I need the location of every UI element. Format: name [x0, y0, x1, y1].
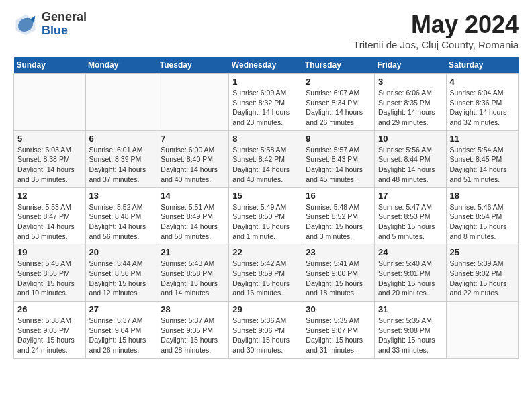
day-info: Sunrise: 5:58 AMSunset: 8:42 PMDaylight:… [232, 145, 298, 185]
day-info: Sunrise: 6:00 AMSunset: 8:40 PMDaylight:… [161, 145, 225, 185]
day-info: Sunrise: 6:06 AMSunset: 8:35 PMDaylight:… [378, 88, 443, 128]
calendar-cell: 13Sunrise: 5:52 AMSunset: 8:48 PMDayligh… [85, 187, 157, 244]
day-info: Sunrise: 5:57 AMSunset: 8:43 PMDaylight:… [306, 145, 371, 185]
day-number: 30 [306, 304, 371, 314]
calendar-cell: 15Sunrise: 5:49 AMSunset: 8:50 PMDayligh… [229, 187, 302, 244]
title-block: May 2024 Tritenii de Jos, Cluj County, R… [353, 11, 519, 50]
day-info: Sunrise: 5:45 AMSunset: 8:55 PMDaylight:… [17, 259, 82, 298]
day-info: Sunrise: 6:07 AMSunset: 8:34 PMDaylight:… [306, 88, 371, 128]
logo-general-text: General [42, 11, 87, 24]
calendar-cell: 2Sunrise: 6:07 AMSunset: 8:34 PMDaylight… [302, 74, 375, 131]
day-info: Sunrise: 5:36 AMSunset: 9:06 PMDaylight:… [232, 316, 298, 355]
day-info: Sunrise: 5:35 AMSunset: 9:07 PMDaylight:… [306, 316, 371, 355]
calendar-cell: 19Sunrise: 5:45 AMSunset: 8:55 PMDayligh… [14, 244, 86, 302]
day-info: Sunrise: 5:40 AMSunset: 9:01 PMDaylight:… [378, 259, 443, 298]
day-number: 8 [232, 134, 298, 144]
day-info: Sunrise: 5:46 AMSunset: 8:54 PMDaylight:… [450, 202, 515, 242]
calendar-week-row: 5Sunrise: 6:03 AMSunset: 8:38 PMDaylight… [14, 130, 519, 187]
day-number: 17 [378, 191, 443, 201]
calendar-week-row: 19Sunrise: 5:45 AMSunset: 8:55 PMDayligh… [14, 244, 519, 302]
day-number: 1 [232, 77, 298, 87]
day-info: Sunrise: 6:03 AMSunset: 8:38 PMDaylight:… [17, 145, 82, 185]
day-number: 28 [161, 304, 225, 314]
day-info: Sunrise: 5:51 AMSunset: 8:49 PMDaylight:… [161, 202, 225, 242]
calendar-cell: 26Sunrise: 5:38 AMSunset: 9:03 PMDayligh… [14, 302, 86, 359]
day-info: Sunrise: 5:37 AMSunset: 9:04 PMDaylight:… [89, 316, 154, 355]
day-number: 21 [161, 247, 225, 257]
day-number: 22 [232, 247, 298, 257]
calendar-cell: 6Sunrise: 6:01 AMSunset: 8:39 PMDaylight… [85, 130, 157, 187]
day-number: 9 [306, 134, 371, 144]
weekday-header-saturday: Saturday [446, 57, 518, 74]
calendar-cell: 7Sunrise: 6:00 AMSunset: 8:40 PMDaylight… [157, 130, 229, 187]
calendar-week-row: 26Sunrise: 5:38 AMSunset: 9:03 PMDayligh… [14, 302, 519, 359]
logo-icon [13, 12, 38, 36]
logo-blue-text: Blue [42, 24, 87, 38]
calendar-cell: 9Sunrise: 5:57 AMSunset: 8:43 PMDaylight… [302, 130, 375, 187]
day-number: 10 [378, 134, 443, 144]
calendar-cell: 17Sunrise: 5:47 AMSunset: 8:53 PMDayligh… [374, 187, 446, 244]
day-info: Sunrise: 6:04 AMSunset: 8:36 PMDaylight:… [450, 88, 515, 128]
day-number: 29 [232, 304, 298, 314]
weekday-header-friday: Friday [374, 57, 446, 74]
day-number: 25 [450, 247, 515, 257]
day-info: Sunrise: 5:49 AMSunset: 8:50 PMDaylight:… [232, 202, 298, 242]
day-info: Sunrise: 5:56 AMSunset: 8:44 PMDaylight:… [378, 145, 443, 185]
calendar-cell: 8Sunrise: 5:58 AMSunset: 8:42 PMDaylight… [229, 130, 302, 187]
calendar-cell: 30Sunrise: 5:35 AMSunset: 9:07 PMDayligh… [302, 302, 375, 359]
day-info: Sunrise: 5:37 AMSunset: 9:05 PMDaylight:… [161, 316, 225, 355]
weekday-header-row: SundayMondayTuesdayWednesdayThursdayFrid… [14, 57, 519, 74]
calendar-cell: 25Sunrise: 5:39 AMSunset: 9:02 PMDayligh… [446, 244, 518, 302]
day-info: Sunrise: 5:35 AMSunset: 9:08 PMDaylight:… [378, 316, 443, 355]
weekday-header-tuesday: Tuesday [157, 57, 229, 74]
day-number: 20 [89, 247, 154, 257]
day-info: Sunrise: 5:48 AMSunset: 8:52 PMDaylight:… [306, 202, 371, 242]
logo-text: General Blue [42, 11, 87, 38]
day-number: 13 [89, 191, 154, 201]
calendar-cell: 4Sunrise: 6:04 AMSunset: 8:36 PMDaylight… [446, 74, 518, 131]
calendar-week-row: 1Sunrise: 6:09 AMSunset: 8:32 PMDaylight… [14, 74, 519, 131]
calendar-cell: 12Sunrise: 5:53 AMSunset: 8:47 PMDayligh… [14, 187, 86, 244]
logo: General Blue [13, 11, 87, 38]
day-info: Sunrise: 5:42 AMSunset: 8:59 PMDaylight:… [232, 259, 298, 298]
day-info: Sunrise: 5:39 AMSunset: 9:02 PMDaylight:… [450, 259, 515, 298]
day-number: 7 [161, 134, 225, 144]
day-info: Sunrise: 5:38 AMSunset: 9:03 PMDaylight:… [17, 316, 82, 355]
calendar-title: May 2024 [353, 11, 519, 39]
calendar-cell: 31Sunrise: 5:35 AMSunset: 9:08 PMDayligh… [374, 302, 446, 359]
calendar-cell: 11Sunrise: 5:54 AMSunset: 8:45 PMDayligh… [446, 130, 518, 187]
calendar-cell: 24Sunrise: 5:40 AMSunset: 9:01 PMDayligh… [374, 244, 446, 302]
day-number: 16 [306, 191, 371, 201]
calendar-cell: 22Sunrise: 5:42 AMSunset: 8:59 PMDayligh… [229, 244, 302, 302]
calendar-cell [157, 74, 229, 131]
day-number: 31 [378, 304, 443, 314]
day-info: Sunrise: 5:52 AMSunset: 8:48 PMDaylight:… [89, 202, 154, 242]
weekday-header-sunday: Sunday [14, 57, 86, 74]
day-info: Sunrise: 6:01 AMSunset: 8:39 PMDaylight:… [89, 145, 154, 185]
day-number: 2 [306, 77, 371, 87]
calendar-cell: 29Sunrise: 5:36 AMSunset: 9:06 PMDayligh… [229, 302, 302, 359]
weekday-header-monday: Monday [85, 57, 157, 74]
day-number: 3 [378, 77, 443, 87]
calendar-location: Tritenii de Jos, Cluj County, Romania [353, 39, 519, 50]
calendar-cell [14, 74, 86, 131]
weekday-header-thursday: Thursday [302, 57, 375, 74]
day-info: Sunrise: 5:43 AMSunset: 8:58 PMDaylight:… [161, 259, 225, 298]
calendar-cell: 27Sunrise: 5:37 AMSunset: 9:04 PMDayligh… [85, 302, 157, 359]
day-number: 19 [17, 247, 82, 257]
day-number: 6 [89, 134, 154, 144]
calendar-cell: 16Sunrise: 5:48 AMSunset: 8:52 PMDayligh… [302, 187, 375, 244]
calendar-body: 1Sunrise: 6:09 AMSunset: 8:32 PMDaylight… [14, 74, 519, 359]
weekday-header-wednesday: Wednesday [229, 57, 302, 74]
day-number: 4 [450, 77, 515, 87]
day-info: Sunrise: 5:54 AMSunset: 8:45 PMDaylight:… [450, 145, 515, 185]
calendar-header: SundayMondayTuesdayWednesdayThursdayFrid… [14, 57, 519, 74]
calendar-cell: 3Sunrise: 6:06 AMSunset: 8:35 PMDaylight… [374, 74, 446, 131]
calendar-cell [85, 74, 157, 131]
day-number: 18 [450, 191, 515, 201]
day-info: Sunrise: 5:41 AMSunset: 9:00 PMDaylight:… [306, 259, 371, 298]
day-number: 24 [378, 247, 443, 257]
day-number: 26 [17, 304, 82, 314]
calendar-cell: 1Sunrise: 6:09 AMSunset: 8:32 PMDaylight… [229, 74, 302, 131]
day-info: Sunrise: 5:53 AMSunset: 8:47 PMDaylight:… [17, 202, 82, 242]
